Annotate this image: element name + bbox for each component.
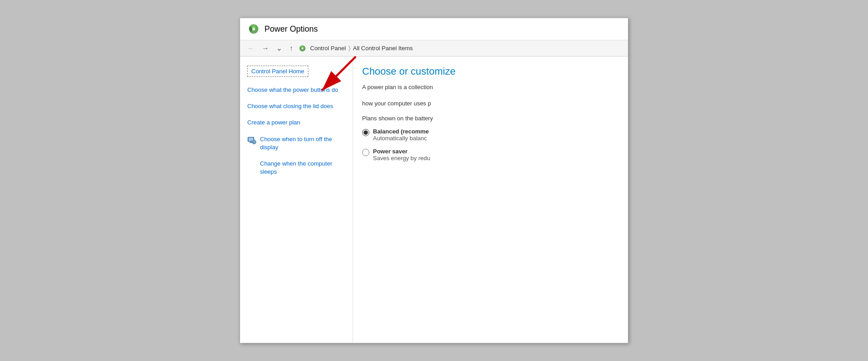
svg-line-5: [322, 57, 356, 90]
plan-balanced-desc: Automatically balanc: [373, 135, 429, 142]
svg-rect-7: [249, 138, 253, 141]
path-all-items[interactable]: All Control Panel Items: [353, 45, 413, 52]
back-button[interactable]: ←: [245, 43, 256, 53]
path-control-panel[interactable]: Control Panel: [310, 45, 346, 52]
power-options-window: Power Options ← → ⌄ ↑ Control Panel 〉 Al…: [240, 18, 628, 343]
plan-balanced-radio[interactable]: [362, 129, 369, 136]
main-content: Choose or customize A power plan is a co…: [353, 57, 628, 343]
plan-power-saver[interactable]: Power saver Saves energy by redu: [362, 148, 619, 162]
power-buttons-link-text: Choose what the power buttons do: [247, 86, 338, 94]
sleep-icon: [247, 160, 256, 169]
address-bar: ← → ⌄ ↑ Control Panel 〉 All Control Pane…: [240, 40, 628, 57]
path-sep-1: 〉: [349, 45, 350, 52]
sidebar: Control Panel Home Choose what the power…: [240, 57, 353, 343]
svg-point-3: [302, 47, 304, 49]
svg-point-1: [252, 28, 255, 31]
plan-power-saver-radio[interactable]: [362, 149, 369, 156]
sidebar-link-closing-lid[interactable]: Choose what closing the lid does: [247, 102, 345, 110]
display-icon: [247, 136, 256, 145]
main-description-line2: how your computer uses p: [362, 99, 619, 108]
plan-balanced[interactable]: Balanced (recomme Automatically balanc: [362, 128, 619, 142]
window-title: Power Options: [264, 24, 318, 34]
sidebar-link-turn-off-display[interactable]: Choose when to turn off the display: [247, 135, 345, 152]
address-bar-icon: [298, 44, 307, 52]
svg-rect-8: [250, 142, 252, 142]
up-button[interactable]: ↑: [288, 43, 295, 53]
main-title: Choose or customize: [362, 66, 619, 77]
plans-label: Plans shown on the battery: [362, 115, 619, 122]
plan-power-saver-desc: Saves energy by redu: [373, 155, 430, 162]
plan-power-saver-name: Power saver: [373, 148, 430, 155]
sidebar-link-create-plan[interactable]: Create a power plan: [247, 119, 345, 127]
sidebar-link-power-buttons[interactable]: Choose what the power buttons do: [247, 86, 345, 94]
control-panel-home-link[interactable]: Control Panel Home: [247, 66, 308, 77]
main-description-line1: A power plan is a collection: [362, 83, 619, 92]
sidebar-link-computer-sleeps[interactable]: Change when the computer sleeps: [247, 160, 345, 176]
forward-button[interactable]: →: [260, 43, 271, 53]
computer-sleeps-link-text: Change when the computer sleeps: [260, 160, 345, 176]
title-bar: Power Options: [240, 18, 628, 40]
create-plan-link-text: Create a power plan: [247, 119, 300, 127]
plan-balanced-name: Balanced (recomme: [373, 128, 429, 135]
power-options-title-icon: [247, 23, 260, 35]
plan-power-saver-info: Power saver Saves energy by redu: [373, 148, 430, 162]
address-path: Control Panel 〉 All Control Panel Items: [310, 45, 623, 52]
closing-lid-link-text: Choose what closing the lid does: [247, 102, 333, 110]
plan-balanced-info: Balanced (recomme Automatically balanc: [373, 128, 429, 142]
content-area: Control Panel Home Choose what the power…: [240, 57, 628, 343]
dropdown-button[interactable]: ⌄: [274, 43, 284, 53]
turn-off-display-link-text: Choose when to turn off the display: [260, 135, 345, 152]
